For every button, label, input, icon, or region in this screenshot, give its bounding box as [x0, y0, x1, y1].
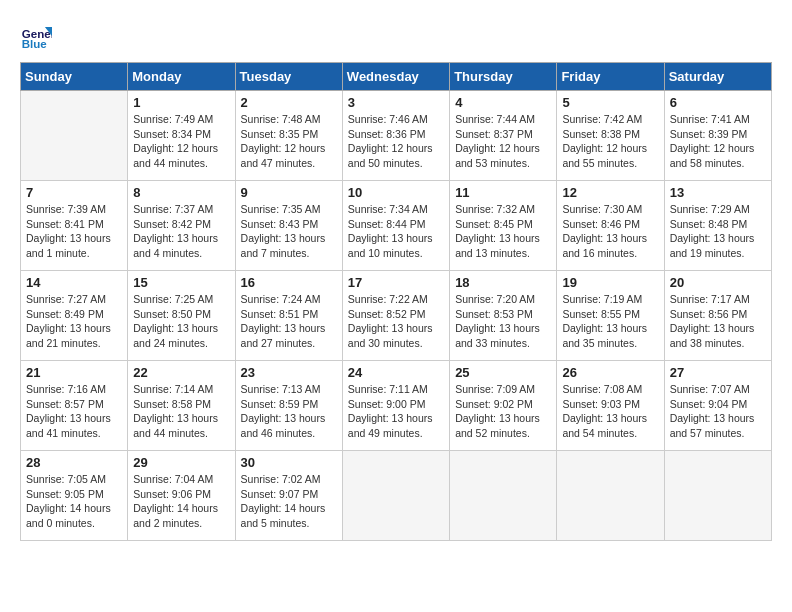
calendar-cell: 30Sunrise: 7:02 AM Sunset: 9:07 PM Dayli… [235, 451, 342, 541]
calendar-cell [557, 451, 664, 541]
day-number: 2 [241, 95, 337, 110]
day-info: Sunrise: 7:24 AM Sunset: 8:51 PM Dayligh… [241, 292, 337, 351]
day-info: Sunrise: 7:35 AM Sunset: 8:43 PM Dayligh… [241, 202, 337, 261]
day-number: 1 [133, 95, 229, 110]
day-number: 4 [455, 95, 551, 110]
day-info: Sunrise: 7:42 AM Sunset: 8:38 PM Dayligh… [562, 112, 658, 171]
header-tuesday: Tuesday [235, 63, 342, 91]
day-number: 25 [455, 365, 551, 380]
day-info: Sunrise: 7:44 AM Sunset: 8:37 PM Dayligh… [455, 112, 551, 171]
day-info: Sunrise: 7:30 AM Sunset: 8:46 PM Dayligh… [562, 202, 658, 261]
page-header: General Blue [20, 20, 772, 52]
day-number: 7 [26, 185, 122, 200]
calendar-cell [664, 451, 771, 541]
day-number: 15 [133, 275, 229, 290]
calendar-cell [342, 451, 449, 541]
calendar-cell: 19Sunrise: 7:19 AM Sunset: 8:55 PM Dayli… [557, 271, 664, 361]
day-number: 18 [455, 275, 551, 290]
calendar-cell: 20Sunrise: 7:17 AM Sunset: 8:56 PM Dayli… [664, 271, 771, 361]
day-info: Sunrise: 7:16 AM Sunset: 8:57 PM Dayligh… [26, 382, 122, 441]
day-number: 12 [562, 185, 658, 200]
day-info: Sunrise: 7:46 AM Sunset: 8:36 PM Dayligh… [348, 112, 444, 171]
calendar-table: SundayMondayTuesdayWednesdayThursdayFrid… [20, 62, 772, 541]
calendar-cell: 9Sunrise: 7:35 AM Sunset: 8:43 PM Daylig… [235, 181, 342, 271]
header-saturday: Saturday [664, 63, 771, 91]
calendar-cell: 25Sunrise: 7:09 AM Sunset: 9:02 PM Dayli… [450, 361, 557, 451]
day-number: 17 [348, 275, 444, 290]
day-info: Sunrise: 7:39 AM Sunset: 8:41 PM Dayligh… [26, 202, 122, 261]
day-info: Sunrise: 7:49 AM Sunset: 8:34 PM Dayligh… [133, 112, 229, 171]
calendar-cell: 24Sunrise: 7:11 AM Sunset: 9:00 PM Dayli… [342, 361, 449, 451]
calendar-cell: 16Sunrise: 7:24 AM Sunset: 8:51 PM Dayli… [235, 271, 342, 361]
day-number: 10 [348, 185, 444, 200]
logo: General Blue [20, 20, 56, 52]
day-number: 28 [26, 455, 122, 470]
day-number: 13 [670, 185, 766, 200]
day-number: 16 [241, 275, 337, 290]
day-info: Sunrise: 7:32 AM Sunset: 8:45 PM Dayligh… [455, 202, 551, 261]
calendar-week-5: 28Sunrise: 7:05 AM Sunset: 9:05 PM Dayli… [21, 451, 772, 541]
day-info: Sunrise: 7:05 AM Sunset: 9:05 PM Dayligh… [26, 472, 122, 531]
header-thursday: Thursday [450, 63, 557, 91]
calendar-cell [450, 451, 557, 541]
calendar-cell: 28Sunrise: 7:05 AM Sunset: 9:05 PM Dayli… [21, 451, 128, 541]
calendar-cell: 22Sunrise: 7:14 AM Sunset: 8:58 PM Dayli… [128, 361, 235, 451]
day-info: Sunrise: 7:14 AM Sunset: 8:58 PM Dayligh… [133, 382, 229, 441]
calendar-cell: 23Sunrise: 7:13 AM Sunset: 8:59 PM Dayli… [235, 361, 342, 451]
day-number: 21 [26, 365, 122, 380]
day-number: 19 [562, 275, 658, 290]
calendar-header-row: SundayMondayTuesdayWednesdayThursdayFrid… [21, 63, 772, 91]
calendar-cell: 15Sunrise: 7:25 AM Sunset: 8:50 PM Dayli… [128, 271, 235, 361]
header-wednesday: Wednesday [342, 63, 449, 91]
day-info: Sunrise: 7:13 AM Sunset: 8:59 PM Dayligh… [241, 382, 337, 441]
day-info: Sunrise: 7:07 AM Sunset: 9:04 PM Dayligh… [670, 382, 766, 441]
day-number: 8 [133, 185, 229, 200]
day-number: 22 [133, 365, 229, 380]
day-number: 30 [241, 455, 337, 470]
day-info: Sunrise: 7:48 AM Sunset: 8:35 PM Dayligh… [241, 112, 337, 171]
calendar-cell: 5Sunrise: 7:42 AM Sunset: 8:38 PM Daylig… [557, 91, 664, 181]
day-number: 20 [670, 275, 766, 290]
day-number: 6 [670, 95, 766, 110]
day-info: Sunrise: 7:17 AM Sunset: 8:56 PM Dayligh… [670, 292, 766, 351]
day-number: 5 [562, 95, 658, 110]
day-info: Sunrise: 7:29 AM Sunset: 8:48 PM Dayligh… [670, 202, 766, 261]
calendar-cell: 18Sunrise: 7:20 AM Sunset: 8:53 PM Dayli… [450, 271, 557, 361]
logo-icon: General Blue [20, 20, 52, 52]
calendar-cell: 11Sunrise: 7:32 AM Sunset: 8:45 PM Dayli… [450, 181, 557, 271]
day-number: 23 [241, 365, 337, 380]
calendar-cell: 6Sunrise: 7:41 AM Sunset: 8:39 PM Daylig… [664, 91, 771, 181]
day-info: Sunrise: 7:02 AM Sunset: 9:07 PM Dayligh… [241, 472, 337, 531]
calendar-cell: 1Sunrise: 7:49 AM Sunset: 8:34 PM Daylig… [128, 91, 235, 181]
day-number: 9 [241, 185, 337, 200]
day-info: Sunrise: 7:27 AM Sunset: 8:49 PM Dayligh… [26, 292, 122, 351]
calendar-cell: 26Sunrise: 7:08 AM Sunset: 9:03 PM Dayli… [557, 361, 664, 451]
day-number: 11 [455, 185, 551, 200]
day-number: 24 [348, 365, 444, 380]
day-info: Sunrise: 7:41 AM Sunset: 8:39 PM Dayligh… [670, 112, 766, 171]
calendar-cell: 12Sunrise: 7:30 AM Sunset: 8:46 PM Dayli… [557, 181, 664, 271]
day-number: 14 [26, 275, 122, 290]
header-monday: Monday [128, 63, 235, 91]
calendar-cell: 2Sunrise: 7:48 AM Sunset: 8:35 PM Daylig… [235, 91, 342, 181]
calendar-cell: 13Sunrise: 7:29 AM Sunset: 8:48 PM Dayli… [664, 181, 771, 271]
day-info: Sunrise: 7:34 AM Sunset: 8:44 PM Dayligh… [348, 202, 444, 261]
day-info: Sunrise: 7:20 AM Sunset: 8:53 PM Dayligh… [455, 292, 551, 351]
calendar-cell: 7Sunrise: 7:39 AM Sunset: 8:41 PM Daylig… [21, 181, 128, 271]
calendar-week-4: 21Sunrise: 7:16 AM Sunset: 8:57 PM Dayli… [21, 361, 772, 451]
day-number: 27 [670, 365, 766, 380]
calendar-cell: 21Sunrise: 7:16 AM Sunset: 8:57 PM Dayli… [21, 361, 128, 451]
calendar-cell: 27Sunrise: 7:07 AM Sunset: 9:04 PM Dayli… [664, 361, 771, 451]
day-info: Sunrise: 7:08 AM Sunset: 9:03 PM Dayligh… [562, 382, 658, 441]
header-sunday: Sunday [21, 63, 128, 91]
day-info: Sunrise: 7:09 AM Sunset: 9:02 PM Dayligh… [455, 382, 551, 441]
day-info: Sunrise: 7:22 AM Sunset: 8:52 PM Dayligh… [348, 292, 444, 351]
calendar-week-3: 14Sunrise: 7:27 AM Sunset: 8:49 PM Dayli… [21, 271, 772, 361]
calendar-week-1: 1Sunrise: 7:49 AM Sunset: 8:34 PM Daylig… [21, 91, 772, 181]
calendar-cell: 10Sunrise: 7:34 AM Sunset: 8:44 PM Dayli… [342, 181, 449, 271]
day-info: Sunrise: 7:25 AM Sunset: 8:50 PM Dayligh… [133, 292, 229, 351]
day-info: Sunrise: 7:11 AM Sunset: 9:00 PM Dayligh… [348, 382, 444, 441]
calendar-cell: 14Sunrise: 7:27 AM Sunset: 8:49 PM Dayli… [21, 271, 128, 361]
svg-text:Blue: Blue [22, 38, 48, 50]
day-number: 29 [133, 455, 229, 470]
